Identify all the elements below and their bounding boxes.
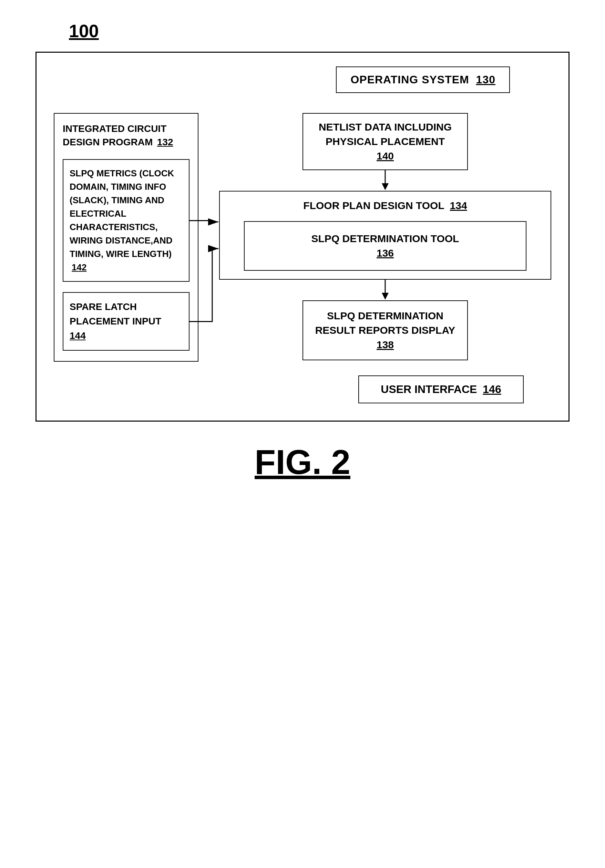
arrow-floorplan-to-result bbox=[380, 280, 390, 300]
slpq-tool-text: SLPQ DETERMINATION TOOL bbox=[312, 233, 459, 244]
page-container: 100 OPERATING SYSTEM 130 INTEGRATED CIRC… bbox=[0, 0, 605, 868]
netlist-line1: NETLIST DATA INCLUDING bbox=[313, 120, 457, 134]
svg-marker-3 bbox=[382, 293, 389, 300]
os-number: 130 bbox=[476, 73, 495, 86]
floor-plan-label: FLOOR PLAN DESIGN TOOL bbox=[303, 200, 444, 211]
icdp-label: INTEGRATED CIRCUIT DESIGN PROGRAM 132 bbox=[63, 122, 189, 149]
result-line2: RESULT REPORTS DISPLAY bbox=[313, 323, 457, 338]
netlist-box: NETLIST DATA INCLUDING PHYSICAL PLACEMEN… bbox=[302, 113, 468, 170]
metrics-text: SLPQ METRICS (CLOCK DOMAIN, TIMING INFO … bbox=[70, 168, 174, 259]
result-line1: SLPQ DETERMINATION bbox=[313, 308, 457, 323]
result-box: SLPQ DETERMINATION RESULT REPORTS DISPLA… bbox=[302, 300, 468, 360]
figure-label: FIG. 2 bbox=[254, 442, 351, 482]
arrow-netlist-to-floorplan bbox=[380, 170, 390, 191]
ui-text: USER INTERFACE bbox=[381, 383, 477, 395]
svg-marker-1 bbox=[382, 183, 389, 190]
left-panel: INTEGRATED CIRCUIT DESIGN PROGRAM 132 SL… bbox=[54, 113, 199, 362]
slpq-tool-number: 136 bbox=[377, 247, 394, 259]
os-label: OPERATING SYSTEM bbox=[351, 73, 469, 86]
floor-plan-number: 134 bbox=[450, 200, 467, 211]
icdp-number: 132 bbox=[157, 137, 173, 147]
main-content: INTEGRATED CIRCUIT DESIGN PROGRAM 132 SL… bbox=[54, 113, 551, 362]
diagram-number: 100 bbox=[69, 21, 99, 41]
floor-plan-box: FLOOR PLAN DESIGN TOOL 134 SLPQ DETERMIN… bbox=[219, 191, 551, 280]
right-panel: NETLIST DATA INCLUDING PHYSICAL PLACEMEN… bbox=[199, 113, 551, 362]
ui-number: 146 bbox=[483, 383, 501, 395]
slpq-tool-box: SLPQ DETERMINATION TOOL 136 bbox=[244, 221, 527, 271]
netlist-line2: PHYSICAL PLACEMENT bbox=[313, 134, 457, 149]
result-number: 138 bbox=[377, 339, 394, 350]
user-interface-box: USER INTERFACE 146 bbox=[358, 375, 524, 403]
spare-latch-number: 144 bbox=[70, 330, 86, 341]
netlist-number: 140 bbox=[377, 150, 394, 161]
spare-latch-box: SPARE LATCH PLACEMENT INPUT 144 bbox=[63, 292, 189, 351]
metrics-number: 142 bbox=[72, 262, 87, 273]
metrics-box: SLPQ METRICS (CLOCK DOMAIN, TIMING INFO … bbox=[63, 159, 189, 282]
outer-box: OPERATING SYSTEM 130 INTEGRATED CIRCUIT … bbox=[36, 52, 569, 422]
spare-latch-text: SPARE LATCH PLACEMENT INPUT bbox=[70, 301, 161, 327]
user-interface-section: USER INTERFACE 146 bbox=[54, 375, 551, 403]
operating-system-box: OPERATING SYSTEM 130 bbox=[336, 67, 510, 93]
